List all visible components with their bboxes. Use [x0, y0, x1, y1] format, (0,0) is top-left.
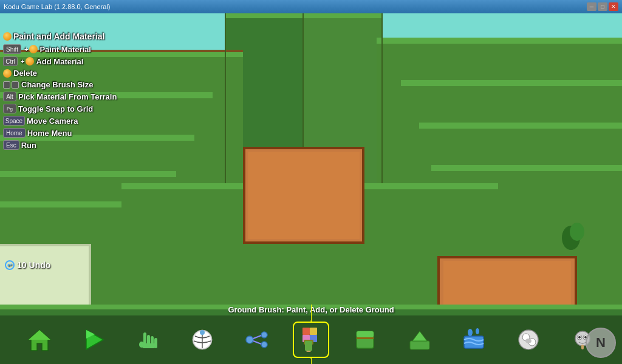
svg-line-57 — [253, 335, 261, 339]
svg-rect-59 — [302, 328, 310, 335]
shift-key: Shift — [3, 44, 21, 54]
svg-rect-67 — [357, 331, 374, 337]
delete-icon — [3, 69, 12, 78]
svg-rect-18 — [225, 13, 226, 183]
undo-count: 10 — [17, 260, 27, 270]
svg-rect-14 — [431, 165, 622, 171]
ground-brush-icon — [295, 324, 327, 356]
game-area: Paint and Add Material Shift + Paint Mat… — [0, 13, 622, 364]
svg-rect-12 — [401, 80, 622, 86]
hand-icon — [135, 326, 162, 353]
maximize-button[interactable]: □ — [598, 2, 607, 11]
svg-rect-60 — [310, 328, 317, 335]
home-tool[interactable] — [21, 322, 58, 358]
ctrl-add-label: Add Material — [36, 57, 83, 66]
hand-tool[interactable] — [130, 322, 166, 358]
vline-bottom — [311, 357, 312, 364]
svg-rect-19 — [381, 13, 383, 183]
compass-label: N — [596, 335, 606, 351]
alt-key: Alt — [3, 92, 16, 101]
paint-material-icon — [29, 45, 38, 53]
svg-point-72 — [468, 329, 473, 336]
terrain-raise-icon — [406, 326, 433, 353]
delete-label: Delete — [13, 69, 37, 78]
paths-icon — [244, 326, 270, 353]
svg-rect-29 — [437, 256, 577, 258]
ctrl-key: Ctrl — [3, 56, 18, 66]
compass: N — [586, 328, 616, 358]
svg-point-81 — [578, 336, 581, 339]
svg-point-73 — [476, 328, 479, 334]
pg-key: Pg — [3, 104, 16, 113]
shortcut-delete: Delete — [3, 69, 117, 78]
svg-rect-23 — [243, 147, 364, 149]
window-title: Kodu Game Lab (1.2.88.0, General) — [4, 3, 111, 10]
svg-point-38 — [570, 223, 584, 241]
esc-key: Esc — [3, 140, 19, 150]
close-button[interactable]: ✕ — [609, 2, 618, 11]
svg-point-55 — [261, 332, 267, 338]
shortcut-pick-material: Alt Pick Material From Terrain — [3, 92, 117, 101]
object-icon — [189, 326, 216, 353]
svg-rect-69 — [410, 341, 429, 349]
svg-rect-11 — [377, 38, 622, 44]
shift-paint-label: Paint Material — [39, 45, 91, 54]
home-menu-label: Home Menu — [27, 129, 72, 138]
svg-rect-68 — [357, 337, 374, 339]
svg-rect-26 — [362, 147, 364, 244]
undo-icon: ↩ — [5, 260, 15, 270]
svg-line-58 — [253, 341, 261, 344]
window-controls: ─ □ ✕ — [587, 2, 618, 11]
svg-point-48 — [139, 342, 144, 348]
svg-point-56 — [261, 342, 267, 348]
svg-rect-83 — [581, 345, 584, 349]
home-icon — [26, 326, 53, 353]
svg-rect-25 — [243, 147, 245, 244]
svg-point-53 — [200, 330, 205, 335]
move-camera-label: Move Camera — [27, 116, 78, 126]
paint-ground-tool[interactable] — [347, 322, 383, 358]
ground-brush-tool[interactable] — [293, 322, 329, 358]
play-icon — [80, 326, 107, 353]
paint-icon — [3, 32, 12, 41]
add-material-icon — [26, 57, 34, 66]
run-label: Run — [21, 141, 36, 150]
home-key: Home — [3, 128, 26, 138]
svg-marker-70 — [412, 331, 427, 341]
shortcut-toggle-snap: Pg Toggle Snap to Grid — [3, 104, 117, 113]
undo-indicator: ↩ 10Undo — [5, 260, 50, 270]
bottom-toolbar — [0, 315, 622, 364]
paths-tool[interactable] — [239, 322, 275, 358]
svg-marker-40 — [29, 330, 50, 340]
svg-point-54 — [246, 336, 253, 343]
delete-object-icon — [515, 326, 542, 353]
svg-rect-65 — [305, 341, 312, 351]
water-tool[interactable] — [456, 322, 492, 358]
terrain-raise-tool[interactable] — [402, 322, 438, 358]
svg-rect-22 — [248, 152, 360, 239]
svg-rect-49 — [143, 332, 146, 340]
svg-rect-13 — [419, 123, 622, 129]
shortcut-ctrl-add: Ctrl + Add Material — [3, 56, 117, 66]
brush-size-label: Change Brush Size — [21, 80, 93, 89]
play-tool[interactable] — [75, 322, 112, 358]
delete-object-tool[interactable] — [510, 322, 547, 358]
toggle-snap-label: Toggle Snap to Grid — [18, 104, 93, 113]
shortcut-shift-paint: Shift + Paint Material — [3, 44, 117, 54]
shortcut-run: Esc Run — [3, 140, 117, 150]
paint-ground-icon — [352, 326, 378, 353]
title-bar: Kodu Game Lab (1.2.88.0, General) ─ □ ✕ — [0, 0, 622, 13]
svg-point-77 — [525, 339, 531, 343]
paint-add-action: Paint and Add Material — [3, 32, 117, 41]
shortcuts-panel: Paint and Add Material Shift + Paint Mat… — [3, 32, 117, 152]
svg-rect-33 — [0, 244, 91, 246]
undo-label: Undo — [29, 260, 51, 270]
shortcut-brush-size: Change Brush Size — [3, 80, 117, 89]
svg-rect-24 — [243, 241, 364, 244]
minimize-button[interactable]: ─ — [587, 2, 596, 11]
pick-material-label: Pick Material From Terrain — [18, 92, 117, 101]
svg-rect-8 — [0, 171, 176, 177]
shortcut-home-menu: Home Home Menu — [3, 128, 117, 138]
object-tool[interactable] — [184, 322, 220, 358]
water-icon — [460, 326, 487, 353]
